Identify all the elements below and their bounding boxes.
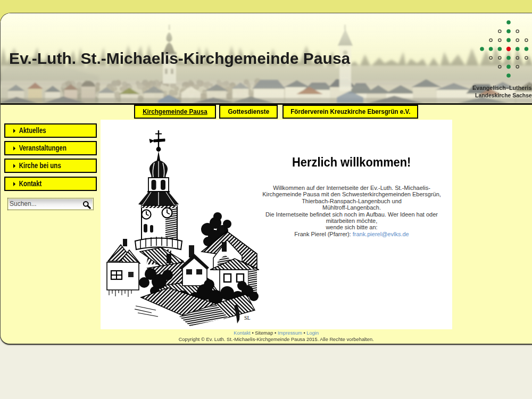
svg-text:SL: SL bbox=[244, 315, 251, 321]
svg-text:Landeskirche Sachsens: Landeskirche Sachsens bbox=[475, 92, 532, 98]
svg-text:Evangelisch–Lutherische: Evangelisch–Lutherische bbox=[472, 85, 532, 91]
